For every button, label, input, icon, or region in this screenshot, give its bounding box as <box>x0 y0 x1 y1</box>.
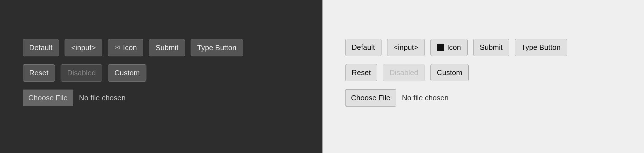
dark-submit-button[interactable]: Submit <box>149 39 185 56</box>
light-row-3: Choose File No file chosen <box>345 89 622 107</box>
dark-icon-button[interactable]: ✉ Icon <box>108 39 143 56</box>
dark-disabled-button: Disabled <box>61 64 102 82</box>
square-icon <box>437 44 444 51</box>
dark-custom-button[interactable]: Custom <box>108 64 146 82</box>
dark-no-file-label: No file chosen <box>79 94 126 102</box>
dark-panel: Default <input> ✉ Icon Submit Type Butto… <box>0 0 322 153</box>
dark-row-3: Choose File No file chosen <box>23 90 299 106</box>
light-icon-label: Icon <box>447 43 461 52</box>
dark-icon-label: Icon <box>123 43 137 52</box>
light-panel: Default <input> Icon Submit Type Button … <box>323 0 644 153</box>
light-type-button-button[interactable]: Type Button <box>515 39 567 56</box>
light-row-1: Default <input> Icon Submit Type Button <box>345 39 622 56</box>
light-no-file-label: No file chosen <box>402 94 449 102</box>
light-icon-button[interactable]: Icon <box>430 39 468 56</box>
light-choose-file-button[interactable]: Choose File <box>345 89 396 107</box>
light-disabled-button: Disabled <box>383 64 425 81</box>
dark-type-button-button[interactable]: Type Button <box>191 39 243 56</box>
dark-input-button[interactable]: <input> <box>65 39 102 56</box>
dark-reset-button[interactable]: Reset <box>23 64 55 82</box>
light-submit-button[interactable]: Submit <box>473 39 509 56</box>
envelope-icon: ✉ <box>114 44 120 52</box>
light-input-button[interactable]: <input> <box>387 39 425 56</box>
light-custom-button[interactable]: Custom <box>430 64 469 81</box>
light-row-2: Reset Disabled Custom <box>345 64 622 81</box>
dark-default-button[interactable]: Default <box>23 39 59 56</box>
light-default-button[interactable]: Default <box>345 39 381 56</box>
dark-row-2: Reset Disabled Custom <box>23 64 299 82</box>
dark-row-1: Default <input> ✉ Icon Submit Type Butto… <box>23 39 299 56</box>
light-reset-button[interactable]: Reset <box>345 64 378 81</box>
dark-choose-file-button[interactable]: Choose File <box>23 90 73 106</box>
